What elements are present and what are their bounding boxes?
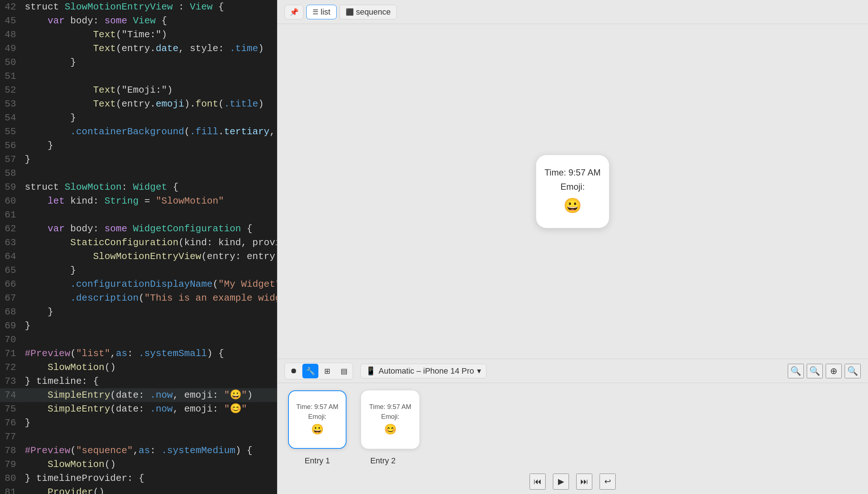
line-number-73: 73 xyxy=(0,374,22,388)
device-name: Automatic – iPhone 14 Pro xyxy=(379,366,474,376)
code-line-54: 54 } xyxy=(0,111,277,125)
code-line-45: 45 var body: some View { xyxy=(0,14,277,28)
layout-button[interactable]: ▤ xyxy=(336,364,352,378)
line-number-61: 61 xyxy=(0,208,22,222)
line-content-81: Provider() xyxy=(22,485,277,494)
grid-button[interactable]: ⊞ xyxy=(319,364,335,378)
zoom-fit-button[interactable]: ⊕ xyxy=(826,364,842,378)
line-number-71: 71 xyxy=(0,347,22,360)
phone-icon: 📱 xyxy=(366,366,376,376)
line-content-55: .containerBackground(.fill.tertiary, for… xyxy=(22,125,277,139)
play-button[interactable]: ▶ xyxy=(553,474,569,490)
line-number-58: 58 xyxy=(0,166,22,180)
line-content-61 xyxy=(22,208,277,222)
line-number-75: 75 xyxy=(0,402,22,416)
code-line-57: 57} xyxy=(0,153,277,166)
line-number-81: 81 xyxy=(0,485,22,494)
code-line-73: 73} timeline: { xyxy=(0,374,277,388)
timeline-entry-2[interactable]: Time: 9:57 AM Emoji: 😊 xyxy=(361,390,419,449)
return-button[interactable]: ↩ xyxy=(600,474,616,490)
zoom-in-button[interactable]: 🔍 xyxy=(807,364,823,378)
line-content-45: var body: some View { xyxy=(22,14,277,28)
bottom-section: ⏺ 🔧 ⊞ ▤ 📱 Automatic – iPhone 14 Pro ▾ 🔍 … xyxy=(277,359,868,494)
line-number-76: 76 xyxy=(0,416,22,430)
line-number-56: 56 xyxy=(0,139,22,153)
tab-list[interactable]: ☰ list xyxy=(306,5,337,19)
line-number-77: 77 xyxy=(0,430,22,444)
line-number-59: 59 xyxy=(0,180,22,194)
widget-preview-area: Time: 9:57 AM Emoji: 😀 xyxy=(277,24,868,359)
code-line-77: 77 xyxy=(0,430,277,444)
code-line-71: 71#Preview("list",as: .systemSmall) { xyxy=(0,347,277,360)
code-line-81: 81 Provider() xyxy=(0,485,277,494)
rewind-button[interactable]: ⏮ xyxy=(530,474,546,490)
line-number-62: 62 xyxy=(0,222,22,236)
line-number-48: 48 xyxy=(0,28,22,42)
tab-sequence[interactable]: ⬛ sequence xyxy=(340,5,397,19)
line-content-58 xyxy=(22,166,277,180)
code-line-67: 67 .description("This is an example widg… xyxy=(0,291,277,305)
line-number-74: 74 xyxy=(0,388,22,402)
line-number-52: 52 xyxy=(0,83,22,97)
line-number-51: 51 xyxy=(0,69,22,83)
code-line-74: 74 SimpleEntry(date: .now, emoji: "😀") xyxy=(0,388,277,402)
forward-button[interactable]: ⏭ xyxy=(576,474,592,490)
line-content-53: Text(entry.emoji).font(.title) xyxy=(22,97,277,111)
code-editor[interactable]: 42struct SlowMotionEntryView : View {45 … xyxy=(0,0,277,494)
line-content-76: } xyxy=(22,416,277,430)
line-number-42: 42 xyxy=(0,0,22,14)
line-content-69: } xyxy=(22,319,277,333)
code-line-48: 48 Text("Time:") xyxy=(0,28,277,42)
widget-emoji-label: Emoji: xyxy=(561,180,585,194)
line-number-54: 54 xyxy=(0,111,22,125)
line-content-71: #Preview("list",as: .systemSmall) { xyxy=(22,347,277,360)
line-content-78: #Preview("sequence",as: .systemMedium) { xyxy=(22,444,277,458)
code-line-65: 65 } xyxy=(0,263,277,277)
code-line-69: 69} xyxy=(0,319,277,333)
entry1-footer-label: Entry 1 xyxy=(288,456,346,466)
entry2-emoji: 😊 xyxy=(384,422,397,437)
line-number-53: 53 xyxy=(0,97,22,111)
code-line-58: 58 xyxy=(0,166,277,180)
code-line-59: 59struct SlowMotion: Widget { xyxy=(0,180,277,194)
line-content-54: } xyxy=(22,111,277,125)
code-line-51: 51 xyxy=(0,69,277,83)
zoom-reset-button[interactable]: 🔍 xyxy=(845,364,861,378)
code-line-62: 62 var body: some WidgetConfiguration { xyxy=(0,222,277,236)
code-line-64: 64 SlowMotionEntryView(entry: entry) xyxy=(0,250,277,263)
line-number-45: 45 xyxy=(0,14,22,28)
line-number-80: 80 xyxy=(0,471,22,485)
code-line-78: 78#Preview("sequence",as: .systemMedium)… xyxy=(0,444,277,458)
line-content-59: struct SlowMotion: Widget { xyxy=(22,180,277,194)
entry-labels-row: Entry 1 Entry 2 xyxy=(277,456,868,469)
line-content-70 xyxy=(22,333,277,347)
line-content-73: } timeline: { xyxy=(22,374,277,388)
line-content-68: } xyxy=(22,305,277,319)
code-line-49: 49 Text(entry.date, style: .time) xyxy=(0,42,277,55)
list-tab-icon: ☰ xyxy=(313,8,318,16)
timeline-entry-1[interactable]: Time: 9:57 AM Emoji: 😀 xyxy=(288,390,346,449)
device-selector[interactable]: 📱 Automatic – iPhone 14 Pro ▾ xyxy=(360,364,487,378)
line-number-63: 63 xyxy=(0,236,22,250)
line-number-55: 55 xyxy=(0,125,22,139)
line-content-72: SlowMotion() xyxy=(22,360,277,374)
code-line-75: 75 SimpleEntry(date: .now, emoji: "😊" xyxy=(0,402,277,416)
widget-emoji: 😀 xyxy=(563,194,582,217)
line-content-79: SlowMotion() xyxy=(22,458,277,471)
code-line-79: 79 SlowMotion() xyxy=(0,458,277,471)
line-number-67: 67 xyxy=(0,291,22,305)
pin-button[interactable]: 📌 xyxy=(284,5,303,19)
inspect-button[interactable]: 🔧 xyxy=(302,364,318,378)
line-number-79: 79 xyxy=(0,458,22,471)
line-content-42: struct SlowMotionEntryView : View { xyxy=(22,0,277,14)
entry2-footer-label: Entry 2 xyxy=(354,456,412,466)
line-number-60: 60 xyxy=(0,194,22,208)
line-content-66: .configurationDisplayName("My Widget") xyxy=(22,277,277,291)
zoom-out-button[interactable]: 🔍 xyxy=(788,364,804,378)
preview-top-toolbar: 📌 ☰ list ⬛ sequence xyxy=(277,0,868,24)
record-button[interactable]: ⏺ xyxy=(286,364,302,378)
bottom-toolbar: ⏺ 🔧 ⊞ ▤ 📱 Automatic – iPhone 14 Pro ▾ 🔍 … xyxy=(277,359,868,383)
line-number-57: 57 xyxy=(0,153,22,166)
line-number-64: 64 xyxy=(0,250,22,263)
line-content-60: let kind: String = "SlowMotion" xyxy=(22,194,277,208)
